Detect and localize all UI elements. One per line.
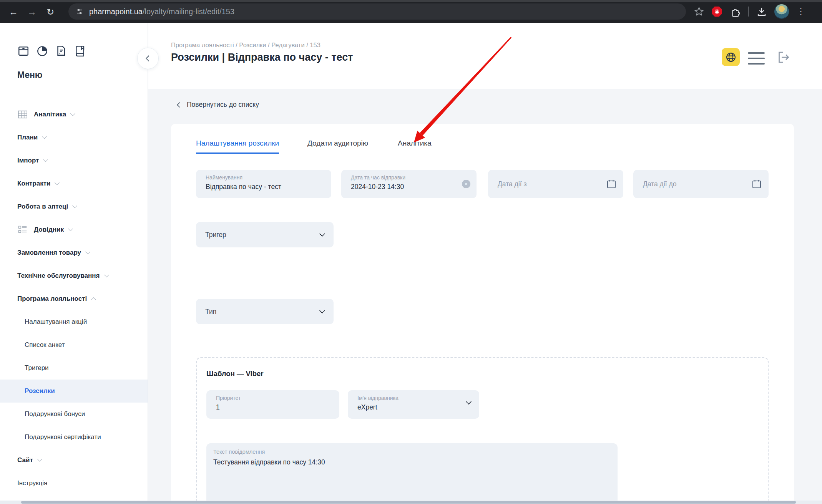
chevron-down-icon: [85, 249, 90, 254]
sidebar-item-label: Імпорт: [0, 157, 39, 164]
logout-button[interactable]: [776, 49, 792, 65]
sidebar-item-label: Аналітика: [0, 111, 66, 118]
priority-field[interactable]: Пріоритет 1: [206, 390, 339, 419]
date-to-field[interactable]: Дата дії до: [633, 170, 769, 198]
address-bar[interactable]: pharmapoint.ua/loyalty/mailing-list/edit…: [68, 3, 686, 20]
chevron-down-icon: [37, 457, 42, 462]
message-label: Текст повідомлення: [213, 449, 610, 455]
collapse-sidebar-button[interactable]: [137, 48, 159, 69]
sidebar-item-label: Сайт: [0, 456, 33, 464]
sidebar-item-label: Тригери: [0, 364, 49, 372]
chevron-down-icon: [70, 111, 75, 116]
sidebar-item-site[interactable]: Сайт: [0, 449, 148, 472]
menu-title: Меню: [17, 70, 43, 80]
message-value: Тестування відправки по часу 14:30: [213, 458, 610, 466]
sidebar-item-mailings[interactable]: Розсилки: [0, 380, 148, 403]
sidebar-item-label: Подарункові бонуси: [0, 410, 85, 418]
breadcrumb[interactable]: Програма лояльності / Розсилки / Редагув…: [171, 41, 320, 49]
language-button[interactable]: [722, 48, 740, 66]
forward-arrow-icon: →: [27, 7, 37, 17]
sidebar-item-label: Інструкція: [0, 479, 47, 487]
calendar-icon[interactable]: [606, 179, 616, 189]
sender-select[interactable]: Ім'я відправника eXpert: [348, 390, 479, 419]
browser-forward-button[interactable]: →: [25, 5, 39, 19]
horizontal-scrollbar[interactable]: [0, 501, 822, 504]
chevron-left-icon: [177, 102, 182, 107]
back-to-list-label: Повернутись до списку: [187, 101, 259, 109]
sidebar-item-label: Замовлення товару: [0, 249, 81, 257]
trigger-select[interactable]: Тригер: [196, 222, 334, 247]
sidebar-item-label: Програма лояльності: [0, 295, 87, 303]
archive-icon[interactable]: [17, 45, 30, 57]
name-field[interactable]: Найменування Відправка по часу - тест: [196, 170, 331, 198]
calendar-icon[interactable]: [752, 179, 762, 189]
site-info-icon[interactable]: [75, 7, 84, 16]
chevron-down-icon: [42, 134, 47, 139]
profile-avatar[interactable]: [774, 4, 789, 19]
sidebar-item-import[interactable]: Імпорт: [0, 149, 148, 172]
sidebar-item-gift-bonuses[interactable]: Подарункові бонуси: [0, 403, 148, 426]
chevron-down-icon: [68, 226, 73, 231]
subheader-band: Повернутись до списку: [148, 89, 822, 124]
name-field-value: Відправка по часу - тест: [206, 183, 324, 191]
tab-analytics[interactable]: Аналітика: [398, 139, 432, 153]
sidebar-item-loyalty-program[interactable]: Програма лояльності: [0, 287, 148, 310]
sidebar-item-questionnaires[interactable]: Список анкет: [0, 333, 148, 356]
bookmark-star-icon[interactable]: [694, 7, 704, 17]
sidebar-item-gift-certificates[interactable]: Подарункові сертифікати: [0, 426, 148, 449]
tab-add-audience[interactable]: Додати аудиторію: [307, 139, 368, 153]
chevron-down-icon: [104, 272, 109, 277]
send-datetime-field[interactable]: Дата та час відправки 2024-10-23 14:30 ✕: [341, 170, 477, 198]
url-host: pharmapoint.ua: [89, 7, 143, 16]
sidebar-item-analytics[interactable]: Аналітика: [0, 103, 148, 126]
sidebar-item-label: Довідник: [0, 226, 64, 234]
sidebar-item-label: Розсилки: [0, 387, 55, 395]
message-textarea[interactable]: Текст повідомлення Тестування відправки …: [206, 443, 618, 504]
chevron-down-icon: [319, 230, 325, 237]
list-icon: [17, 224, 28, 235]
sidebar-item-triggers[interactable]: Тригери: [0, 356, 148, 380]
sidebar-item-promo-settings[interactable]: Налаштування акцій: [0, 310, 148, 333]
sender-label: Ім'я відправника: [357, 395, 472, 401]
send-datetime-value: 2024-10-23 14:30: [351, 183, 469, 191]
adblock-extension-icon[interactable]: [712, 7, 722, 17]
book-icon[interactable]: [74, 45, 86, 57]
hamburger-menu-button[interactable]: [748, 52, 765, 65]
url-text[interactable]: pharmapoint.ua/loyalty/mailing-list/edit…: [89, 7, 234, 16]
sidebar-item-directory[interactable]: Довідник: [0, 218, 148, 241]
sidebar: Меню Аналітика Плани Імпорт Контракти Ро…: [0, 23, 148, 504]
extensions-puzzle-icon[interactable]: [730, 6, 741, 17]
page-title: Розсилки | Відправка по часу - тест: [171, 51, 353, 63]
sidebar-item-label: Налаштування акцій: [0, 318, 87, 326]
sidebar-item-contracts[interactable]: Контракти: [0, 172, 148, 195]
sidebar-item-maintenance[interactable]: Технічне обслуговування: [0, 264, 148, 287]
browser-reload-button[interactable]: ↻: [43, 5, 58, 19]
content-header: Програма лояльності / Розсилки / Редагув…: [148, 23, 822, 89]
back-to-list-link[interactable]: Повернутись до списку: [178, 101, 259, 109]
scrollbar-thumb[interactable]: [21, 501, 796, 504]
date-to-placeholder: Дата дії до: [643, 180, 676, 188]
date-from-field[interactable]: Дата дії з: [488, 170, 623, 198]
download-icon[interactable]: [757, 7, 767, 17]
browser-menu-icon[interactable]: ⋮: [797, 7, 805, 17]
browser-back-button[interactable]: ←: [6, 5, 21, 19]
sidebar-item-instruction[interactable]: Інструкція: [0, 472, 148, 495]
globe-icon: [725, 51, 737, 63]
hand-stop-icon: [714, 8, 720, 15]
type-select[interactable]: Тип: [196, 299, 334, 324]
chevron-up-icon: [91, 297, 96, 302]
document-icon[interactable]: [55, 45, 67, 57]
tab-mailing-settings[interactable]: Налаштування розсилки: [196, 139, 279, 154]
sidebar-item-goods-order[interactable]: Замовлення товару: [0, 241, 148, 264]
priority-label: Пріоритет: [216, 395, 332, 401]
chevron-down-icon: [43, 157, 48, 162]
pie-chart-icon[interactable]: [36, 45, 48, 57]
clear-datetime-button[interactable]: ✕: [462, 180, 470, 188]
browser-chrome: ← → ↻ pharmapoint.ua/loyalty/mailing-lis…: [0, 0, 822, 23]
section-divider: [196, 273, 769, 273]
sidebar-item-plans[interactable]: Плани: [0, 126, 148, 149]
sidebar-item-pharmacy-work[interactable]: Робота в аптеці: [0, 195, 148, 218]
sidebar-item-label: Плани: [0, 134, 38, 141]
clear-x-icon: ✕: [464, 182, 468, 187]
sender-value: eXpert: [357, 403, 472, 411]
